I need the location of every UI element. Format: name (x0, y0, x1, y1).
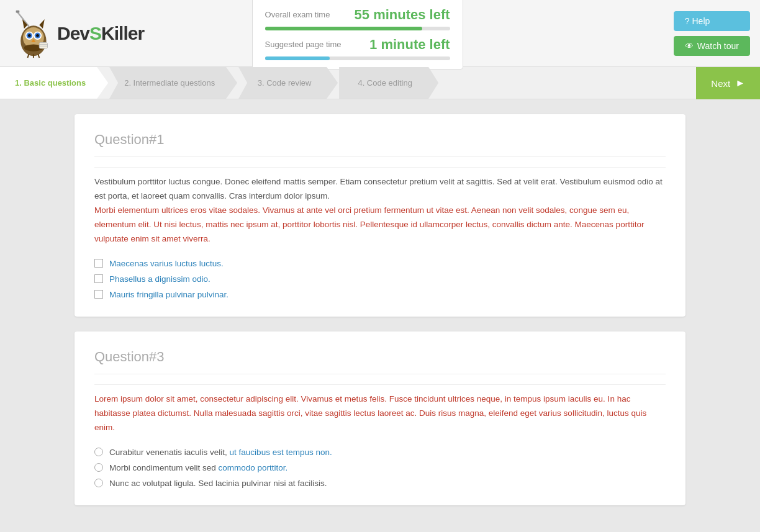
option-1-1-label[interactable]: Maecenas varius luctus luctus. (109, 259, 224, 268)
tab-code-review[interactable]: 3. Code review (238, 67, 338, 99)
option-3-1-label[interactable]: Curabitur venenatis iaculis velit, ut fa… (109, 448, 332, 457)
svg-point-10 (28, 34, 31, 37)
eye-icon: 👁 (685, 41, 694, 51)
suggested-progress-bar (265, 56, 450, 60)
suggested-progress-fill (265, 56, 330, 60)
logo-text: DevSKiller (57, 23, 144, 44)
tab-code-editing[interactable]: 4. Code editing (339, 67, 438, 99)
watch-tour-button[interactable]: 👁 Watch tour (674, 36, 750, 56)
overall-progress-bar (265, 27, 450, 30)
next-button[interactable]: Next ► (696, 67, 760, 99)
option-3-3: Nunc ac volutpat ligula. Sed lacinia pul… (94, 479, 666, 488)
question-1-text-highlight: Morbi elementum ultrices eros vitae soda… (94, 205, 644, 243)
option-3-3-label[interactable]: Nunc ac volutpat ligula. Sed lacinia pul… (109, 479, 327, 488)
svg-marker-4 (39, 19, 44, 28)
question-1-body: Vestibulum porttitor luctus congue. Done… (94, 175, 666, 246)
svg-line-0 (17, 11, 29, 26)
svg-line-16 (38, 54, 39, 58)
tab-intermediate-questions[interactable]: 2. Intermediate questions (109, 67, 237, 99)
svg-rect-17 (39, 42, 47, 48)
question-card-1: Question#1 Vestibulum porttitor luctus c… (75, 114, 685, 317)
header: DevSKiller Overall exam time 55 minutes … (0, 0, 760, 67)
checkbox-1-3[interactable] (94, 290, 103, 299)
svg-point-11 (36, 34, 39, 37)
checkbox-1-2[interactable] (94, 274, 103, 283)
checkbox-1-1[interactable] (94, 259, 103, 268)
option-3-2-label[interactable]: Morbi condimentum velit sed commodo port… (109, 463, 287, 472)
svg-line-14 (27, 54, 29, 58)
radio-3-1[interactable] (94, 448, 103, 456)
logo-area: DevSKiller (10, 9, 147, 58)
option-3-1: Curabitur venenatis iaculis velit, ut fa… (94, 448, 666, 457)
option-1-3-label[interactable]: Mauris fringilla pulvinar pulvinar. (109, 290, 228, 299)
svg-rect-1 (16, 10, 20, 12)
help-button[interactable]: ? Help (674, 11, 750, 31)
suggested-page-label: Suggested page time (265, 40, 342, 49)
question-3-text-highlight: Lorem ipsum dolor sit amet, consectetur … (94, 394, 646, 432)
tab-basic-questions[interactable]: 1. Basic questions (0, 67, 108, 99)
question-1-text-normal: Vestibulum porttitor luctus congue. Done… (94, 177, 663, 201)
option-1-2-label[interactable]: Phasellus a dignissim odio. (109, 274, 210, 284)
question-3-title: Question#3 (94, 349, 666, 374)
overall-exam-label: Overall exam time (265, 10, 330, 19)
header-buttons: ? Help 👁 Watch tour (674, 11, 750, 56)
question-3-body: Lorem ipsum dolor sit amet, consectetur … (94, 392, 666, 435)
main-content: Question#1 Vestibulum porttitor luctus c… (0, 99, 760, 532)
option-3-2: Morbi condimentum velit sed commodo port… (94, 463, 666, 472)
question-card-3: Question#3 Lorem ipsum dolor sit amet, c… (75, 331, 685, 505)
option-1-2: Phasellus a dignissim odio. (94, 274, 666, 284)
chevron-right-icon: ► (735, 78, 745, 89)
radio-3-3[interactable] (94, 479, 103, 487)
question-1-options: Maecenas varius luctus luctus. Phasellus… (94, 259, 666, 299)
overall-progress-fill (265, 27, 422, 30)
question-1-title: Question#1 (94, 132, 666, 157)
question-3-options: Curabitur venenatis iaculis velit, ut fa… (94, 448, 666, 488)
navigation-tabs: 1. Basic questions 2. Intermediate quest… (0, 67, 760, 99)
radio-3-2[interactable] (94, 463, 103, 472)
timer-box: Overall exam time 55 minutes left Sugges… (252, 0, 463, 70)
overall-exam-value: 55 minutes left (355, 7, 450, 23)
option-1-1: Maecenas varius luctus luctus. (94, 259, 666, 268)
logo-icon (10, 9, 55, 58)
suggested-page-value: 1 minute left (369, 37, 450, 53)
option-1-3: Mauris fringilla pulvinar pulvinar. (94, 290, 666, 299)
